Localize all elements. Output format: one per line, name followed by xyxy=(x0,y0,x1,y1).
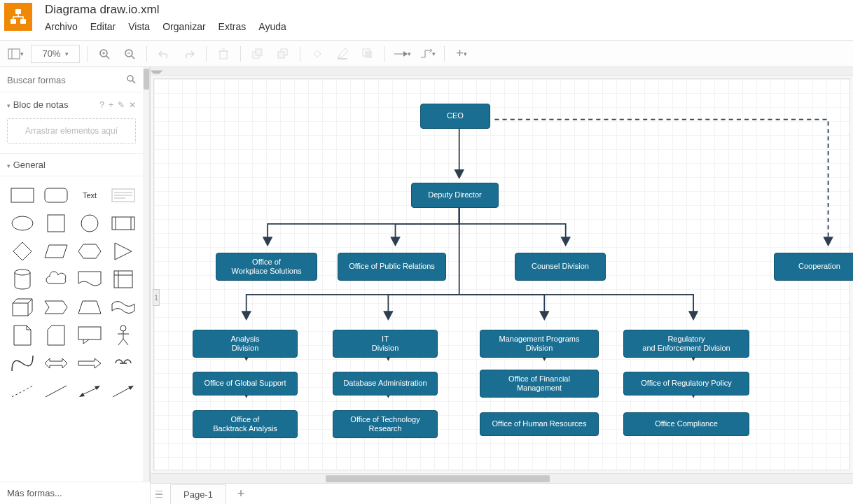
shape-circle[interactable] xyxy=(74,211,105,235)
zoom-value: 70% xyxy=(42,48,60,59)
node-backtrack[interactable]: Office of Backtrack Analysis xyxy=(193,410,298,438)
shape-diamond[interactable] xyxy=(7,239,38,263)
to-front-button[interactable] xyxy=(248,44,268,64)
shape-triangle[interactable] xyxy=(108,239,139,263)
horizontal-scrollbar[interactable] xyxy=(151,473,853,483)
shape-cube[interactable] xyxy=(7,295,38,319)
redo-icon xyxy=(183,49,195,59)
shape-rounded-rect[interactable] xyxy=(41,183,71,207)
vertical-scroll-up[interactable] xyxy=(151,67,853,76)
shape-line-dashed[interactable] xyxy=(7,379,38,403)
node-ceo[interactable]: CEO xyxy=(420,104,490,129)
node-counsel[interactable]: Counsel Division xyxy=(515,253,606,281)
diagram-canvas[interactable]: 1 xyxy=(151,76,853,473)
node-public-relations[interactable]: Office of Public Relations xyxy=(338,253,446,281)
line-color-button[interactable] xyxy=(333,44,352,64)
node-regulatory[interactable]: Regulatory and Enforcement Division xyxy=(623,330,749,358)
shadow-button[interactable] xyxy=(358,44,377,64)
shape-curve[interactable] xyxy=(7,351,38,375)
shape-textbox[interactable] xyxy=(108,183,139,207)
left-sidebar: ▾ Bloc de notas ? + ✎ ✕ Arrastrar elemen… xyxy=(0,67,151,504)
node-tech-research[interactable]: Office of Technology Research xyxy=(333,410,438,438)
shape-line[interactable] xyxy=(41,379,71,403)
menu-editar[interactable]: Editar xyxy=(90,21,116,32)
plus-icon[interactable]: + xyxy=(109,100,113,110)
search-icon[interactable] xyxy=(126,74,136,86)
shape-bidir-connector[interactable] xyxy=(74,379,105,403)
node-cooperation[interactable]: Cooperation xyxy=(774,253,853,281)
shape-callout[interactable] xyxy=(74,323,105,347)
main-area: ▾ Bloc de notas ? + ✎ ✕ Arrastrar elemen… xyxy=(0,67,853,504)
menu-ayuda[interactable]: Ayuda xyxy=(258,21,286,32)
shape-cylinder[interactable] xyxy=(7,267,38,291)
redo-button[interactable] xyxy=(179,44,199,64)
page-tab[interactable]: Page-1 xyxy=(170,484,226,504)
add-page-button[interactable]: + xyxy=(230,486,251,501)
shape-internal-storage[interactable] xyxy=(108,267,139,291)
node-mgmt-programs[interactable]: Management Programs Division xyxy=(480,330,599,358)
zoom-level[interactable]: 70% ▾ xyxy=(31,45,80,63)
node-it[interactable]: IT Division xyxy=(333,330,438,358)
drawio-logo-icon xyxy=(9,8,27,26)
shape-arrow[interactable] xyxy=(74,351,105,375)
scratchpad-header[interactable]: ▾ Bloc de notas ? + ✎ ✕ xyxy=(0,92,143,114)
help-icon[interactable]: ? xyxy=(99,100,104,110)
sidebar-scrollbar[interactable] xyxy=(143,67,150,482)
zoom-in-button[interactable] xyxy=(95,44,114,64)
edit-icon[interactable]: ✎ xyxy=(118,100,125,110)
shape-parallelogram[interactable] xyxy=(41,239,71,263)
diagram-page[interactable]: 1 xyxy=(153,78,850,470)
close-icon[interactable]: ✕ xyxy=(129,100,136,110)
shape-link[interactable] xyxy=(108,351,139,375)
shape-bidirectional-arrow[interactable] xyxy=(41,351,71,375)
node-hr[interactable]: Office of Human Resources xyxy=(480,412,599,436)
search-input[interactable] xyxy=(7,75,126,85)
node-db-admin[interactable]: Database Administration xyxy=(333,372,438,396)
shape-actor[interactable] xyxy=(108,323,139,347)
shape-rect[interactable] xyxy=(7,183,38,207)
fill-color-button[interactable] xyxy=(307,44,327,64)
undo-button[interactable] xyxy=(154,44,174,64)
menu-extras[interactable]: Extras xyxy=(219,21,247,32)
shape-note[interactable] xyxy=(7,323,38,347)
svg-rect-32 xyxy=(48,215,64,232)
node-global-support[interactable]: Office of Global Support xyxy=(193,372,298,396)
shape-process[interactable] xyxy=(108,211,139,235)
node-analysis[interactable]: Analysis Division xyxy=(193,330,298,358)
shape-document[interactable] xyxy=(74,267,105,291)
shape-card[interactable] xyxy=(41,323,71,347)
shape-text[interactable]: Text xyxy=(74,183,105,207)
node-deputy[interactable]: Deputy Director xyxy=(411,183,499,208)
shape-hexagon[interactable] xyxy=(74,239,105,263)
insert-button[interactable]: +▾ xyxy=(452,44,471,64)
scratchpad-dropzone[interactable]: Arrastrar elementos aquí xyxy=(7,118,136,144)
menu-vista[interactable]: Vista xyxy=(128,21,150,32)
to-back-button[interactable] xyxy=(273,44,293,64)
svg-rect-3 xyxy=(8,49,20,59)
node-financial-mgmt[interactable]: Office of Financial Management xyxy=(480,370,599,398)
page-menu-button[interactable] xyxy=(151,486,167,503)
shape-cloud[interactable] xyxy=(41,267,71,291)
svg-rect-38 xyxy=(114,271,132,288)
shape-step[interactable] xyxy=(41,295,71,319)
node-reg-policy[interactable]: Office of Regulatory Policy xyxy=(623,372,749,396)
view-mode-button[interactable]: ▾ xyxy=(6,44,25,64)
menu-organizar[interactable]: Organizar xyxy=(162,21,205,32)
zoom-out-button[interactable] xyxy=(120,44,139,64)
shape-trapezoid[interactable] xyxy=(74,295,105,319)
general-section-header[interactable]: ▾ General xyxy=(0,153,143,176)
shape-square[interactable] xyxy=(41,211,71,235)
shape-tape[interactable] xyxy=(108,295,139,319)
node-workplace[interactable]: Office of Workplace Solutions xyxy=(216,253,317,281)
connection-button[interactable]: ▾ xyxy=(392,44,412,64)
more-shapes-button[interactable]: Más formas... xyxy=(0,482,150,504)
document-title[interactable]: Diagrama draw.io.xml xyxy=(45,3,849,17)
delete-button[interactable] xyxy=(214,44,233,64)
node-compliance[interactable]: Office Compliance xyxy=(623,412,749,436)
menu-archivo[interactable]: Archivo xyxy=(45,21,78,32)
shape-directional-connector[interactable] xyxy=(108,379,139,403)
svg-rect-16 xyxy=(256,49,262,55)
chevron-down-icon: ▾ xyxy=(7,162,11,169)
waypoint-button[interactable]: ▾ xyxy=(417,44,437,64)
shape-ellipse[interactable] xyxy=(7,211,38,235)
